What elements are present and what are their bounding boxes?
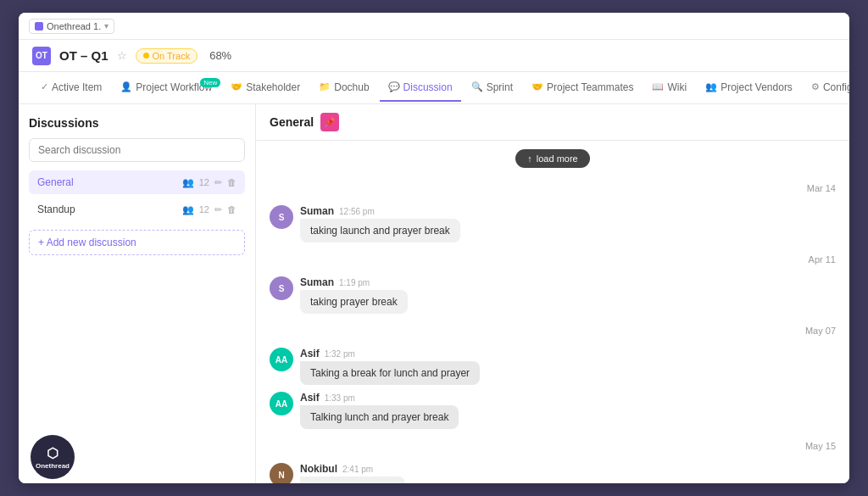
vendors-icon: 👥 [705, 81, 717, 92]
workspace-chevron: ▾ [104, 21, 108, 31]
discussion-item-right-standup: 👥 12 ✏ 🗑 [182, 204, 236, 215]
message-time: 12:56 pm [339, 207, 375, 216]
message-row: AA Asif 1:32 pm Taking a break for lunch… [270, 348, 836, 385]
tab-wiki[interactable]: 📖 Wiki [643, 75, 695, 102]
discussion-item-standup[interactable]: Standup 👥 12 ✏ 🗑 [29, 198, 245, 221]
search-input[interactable] [29, 138, 245, 162]
message-row: S Suman 1:19 pm taking prayer break [270, 276, 836, 314]
pin-button[interactable]: 📌 [320, 113, 339, 131]
sender-name: Suman [300, 276, 334, 288]
tab-dochub-label: Dochub [334, 81, 369, 93]
tab-active-item[interactable]: ✓ Active Item [32, 75, 110, 102]
sidebar-title: Discussions [29, 116, 245, 130]
message-meta: Asif 1:33 pm [300, 392, 459, 404]
sprint-icon: 🔍 [471, 81, 483, 92]
message-time: 1:32 pm [325, 349, 355, 359]
members-icon: 👥 [182, 177, 194, 188]
tab-vendors-label: Project Vendors [721, 81, 793, 93]
avatar-suman2: S [270, 276, 293, 300]
message-content: Asif 1:32 pm Taking a break for lunch an… [300, 348, 480, 385]
teammates-icon: 🤝 [531, 81, 543, 92]
workspace-badge[interactable]: Onethread 1. ▾ [29, 19, 114, 34]
top-bar: Onethread 1. ▾ [19, 13, 849, 40]
messages-container[interactable]: ↑ load more Mar 14 S Suman 12:56 pm taki… [256, 141, 849, 483]
message-time: 1:19 pm [339, 278, 370, 287]
tab-vendors[interactable]: 👥 Project Vendors [697, 75, 801, 102]
stakeholder-icon: 🤝 [231, 81, 242, 92]
message-row: S Suman 12:56 pm taking launch and praye… [270, 205, 836, 242]
tab-configuration[interactable]: ⚙ Configuration [803, 75, 849, 102]
logo-text: Onethread [36, 462, 70, 470]
message-content: Suman 1:19 pm taking prayer break [300, 276, 408, 314]
on-track-badge: On Track [136, 48, 198, 64]
discussion-item-right: 👥 12 ✏ 🗑 [182, 177, 236, 188]
message-row: N Nokibul 2:41 pm Taking lunch break [270, 463, 836, 483]
message-bubble: taking prayer break [300, 290, 408, 314]
chat-area: General 📌 ↑ load more Mar 14 S [256, 104, 849, 483]
delete-icon-standup[interactable]: 🗑 [227, 204, 236, 215]
discussion-item-general[interactable]: General 👥 12 ✏ 🗑 [29, 170, 245, 194]
message-time: 2:41 pm [342, 465, 373, 474]
avatar-nokibul: N [270, 463, 293, 483]
load-more-button[interactable]: ↑ load more [515, 149, 589, 168]
config-icon: ⚙ [811, 81, 820, 92]
tab-config-label: Configuration [823, 81, 849, 93]
sender-name: Suman [300, 205, 334, 217]
project-header: OT OT – Q1 ☆ On Track 68% [19, 40, 849, 72]
message-bubble: Taking a break for lunch and prayer [300, 361, 480, 385]
message-row: AA Asif 1:33 pm Talking lunch and prayer… [270, 392, 836, 429]
project-icon: OT [32, 47, 51, 65]
message-time: 1:33 pm [325, 393, 355, 403]
tab-stakeholder[interactable]: 🤝 Stakeholder [222, 75, 309, 102]
main-content: Discussions General 👥 12 ✏ 🗑 S [19, 104, 849, 483]
add-discussion-button[interactable]: + Add new discussion [29, 230, 245, 255]
chat-header: General 📌 [256, 104, 849, 141]
discussion-item-left: General [37, 176, 74, 188]
avatar-asif2: AA [270, 392, 293, 415]
tab-teammates[interactable]: 🤝 Project Teammates [523, 75, 643, 102]
discussion-standup-label: Standup [37, 203, 75, 215]
add-discussion-label: + Add new discussion [38, 237, 136, 248]
members-count: 12 [199, 177, 209, 187]
avatar-suman1: S [270, 205, 293, 229]
nav-tabs: ✓ Active Item 👤 Project Workflow New 🤝 S… [19, 72, 849, 104]
tab-teammates-label: Project Teammates [547, 81, 634, 93]
message-bubble: Talking lunch and prayer break [300, 405, 459, 429]
new-badge: New [200, 78, 220, 87]
sender-name: Asif [300, 392, 320, 404]
message-content: Nokibul 2:41 pm Taking lunch break [300, 463, 405, 483]
tab-project-workflow[interactable]: 👤 Project Workflow New [112, 75, 220, 102]
onethread-logo: ⬡ Onethread [31, 435, 75, 479]
logo-icon: ⬡ [47, 445, 58, 461]
status-label: On Track [153, 51, 191, 61]
sender-name: Asif [300, 348, 320, 359]
load-more-label: load more [537, 153, 578, 164]
tab-dochub[interactable]: 📁 Dochub [310, 75, 377, 102]
edit-icon-standup[interactable]: ✏ [214, 204, 222, 215]
chat-title: General [270, 115, 314, 129]
date-may15: May 15 [270, 437, 836, 454]
message-meta: Asif 1:32 pm [300, 348, 480, 359]
tab-wiki-label: Wiki [667, 81, 687, 93]
load-more-icon: ↑ [527, 153, 532, 164]
edit-icon[interactable]: ✏ [214, 177, 222, 188]
workflow-icon: 👤 [120, 81, 132, 92]
date-may07: May 07 [270, 322, 836, 339]
message-content: Asif 1:33 pm Talking lunch and prayer br… [300, 392, 459, 429]
message-meta: Suman 12:56 pm [300, 205, 460, 217]
star-icon[interactable]: ☆ [117, 49, 127, 62]
discussion-general-label: General [37, 176, 74, 188]
tab-discussion-label: Discussion [403, 81, 453, 93]
tab-discussion[interactable]: 💬 Discussion [380, 75, 461, 102]
discussion-icon: 💬 [388, 81, 400, 92]
delete-icon[interactable]: 🗑 [227, 177, 236, 187]
workspace-name: Onethread 1. [47, 21, 101, 31]
tab-active-item-label: Active Item [52, 81, 102, 93]
project-title: OT – Q1 [59, 48, 108, 63]
tab-sprint[interactable]: 🔍 Sprint [463, 75, 521, 102]
tab-stakeholder-label: Stakeholder [246, 81, 300, 93]
workspace-dot [35, 22, 43, 31]
wiki-icon: 📖 [652, 81, 664, 92]
members-icon-standup: 👥 [182, 204, 194, 215]
message-meta: Suman 1:19 pm [300, 276, 408, 288]
